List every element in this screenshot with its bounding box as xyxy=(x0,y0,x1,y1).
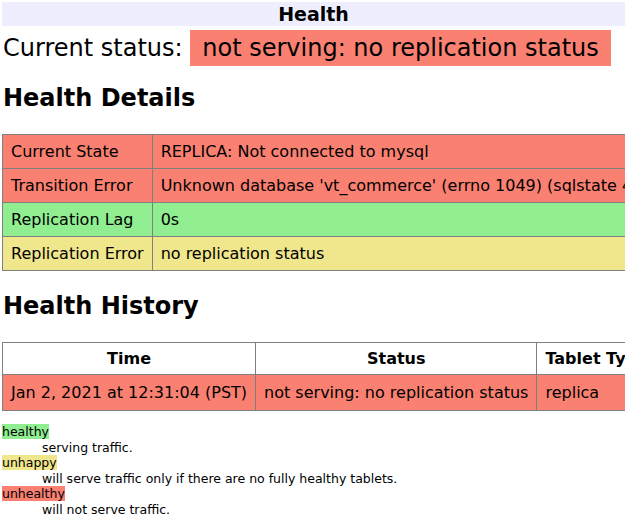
legend-description: will not serve traffic. xyxy=(42,502,625,518)
health-details-table: Current State REPLICA: Not connected to … xyxy=(2,134,625,271)
history-time-cell: Jan 2, 2021 at 12:31:04 (PST) xyxy=(3,375,256,411)
legend-description: serving traffic. xyxy=(42,440,625,456)
health-history-table: Time Status Tablet Type Jan 2, 2021 at 1… xyxy=(2,342,625,411)
table-header-row: Time Status Tablet Type xyxy=(3,343,626,375)
table-row: Transition Error Unknown database 'vt_co… xyxy=(3,169,626,203)
detail-value-cell: no replication status xyxy=(152,237,625,271)
detail-key-cell: Replication Lag xyxy=(3,203,153,237)
detail-value-cell: Unknown database 'vt_commerce' (errno 10… xyxy=(152,169,625,203)
table-row: Replication Lag 0s xyxy=(3,203,626,237)
legend-badge-unhealthy: unhealthy xyxy=(2,486,65,501)
legend-badge-healthy: healthy xyxy=(2,424,49,439)
table-row: Replication Error no replication status xyxy=(3,237,626,271)
current-status-line: Current status: not serving: no replicat… xyxy=(3,34,625,63)
legend-term: unhappy xyxy=(2,455,625,471)
column-header-tablet-type: Tablet Type xyxy=(537,343,625,375)
table-row: Jan 2, 2021 at 12:31:04 (PST) not servin… xyxy=(3,375,626,411)
current-status-badge: not serving: no replication status xyxy=(190,30,611,66)
legend-badge-unhappy: unhappy xyxy=(2,455,57,470)
history-tablet-type-cell: replica xyxy=(537,375,625,411)
status-legend: healthy serving traffic. unhappy will se… xyxy=(2,424,625,517)
detail-key-cell: Replication Error xyxy=(3,237,153,271)
history-status-cell: not serving: no replication status xyxy=(256,375,537,411)
health-details-heading: Health Details xyxy=(3,84,625,112)
detail-key-cell: Transition Error xyxy=(3,169,153,203)
legend-description: will serve traffic only if there are no … xyxy=(42,471,625,487)
detail-value-cell: REPLICA: Not connected to mysql xyxy=(152,135,625,169)
legend-term: healthy xyxy=(2,424,625,440)
detail-key-cell: Current State xyxy=(3,135,153,169)
health-history-heading: Health History xyxy=(3,292,625,320)
column-header-status: Status xyxy=(256,343,537,375)
page-title: Health xyxy=(2,2,625,26)
column-header-time: Time xyxy=(3,343,256,375)
legend-term: unhealthy xyxy=(2,486,625,502)
detail-value-cell: 0s xyxy=(152,203,625,237)
table-row: Current State REPLICA: Not connected to … xyxy=(3,135,626,169)
current-status-label: Current status: xyxy=(3,34,183,62)
